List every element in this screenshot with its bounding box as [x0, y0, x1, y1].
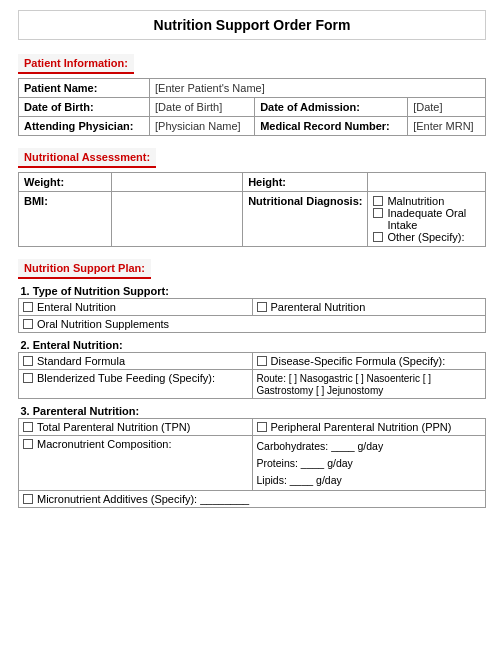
admission-label: Date of Admission:	[255, 98, 408, 117]
patient-info-section: Patient Information: Patient Name: [Ente…	[18, 54, 486, 136]
oral-supplements-checkbox[interactable]	[23, 319, 33, 329]
oral-supplements-row: Oral Nutrition Supplements	[23, 318, 473, 330]
other-label: Other (Specify):	[387, 231, 464, 243]
form-title: Nutrition Support Order Form	[18, 10, 486, 40]
micronutrient-checkbox[interactable]	[23, 494, 33, 504]
physician-value[interactable]: [Physician Name]	[150, 117, 255, 136]
blenderized-feeding-row: Blenderized Tube Feeding (Specify):	[23, 372, 240, 384]
patient-info-table: Patient Name: [Enter Patient's Name] Dat…	[18, 78, 486, 136]
table-row: Date of Birth: [Date of Birth] Date of A…	[19, 98, 486, 117]
physician-label: Attending Physician:	[19, 117, 150, 136]
carbohydrates-value: Carbohydrates: ____ g/day	[257, 438, 482, 455]
patient-name-value[interactable]: [Enter Patient's Name]	[150, 79, 486, 98]
macronutrient-checkbox[interactable]	[23, 439, 33, 449]
table-row: Enteral Nutrition Parenteral Nutrition	[19, 299, 486, 316]
other-checkbox[interactable]	[373, 232, 383, 242]
parenteral-nutrition-row: Parenteral Nutrition	[257, 301, 474, 313]
diagnosis-label: Nutritional Diagnosis:	[243, 192, 368, 247]
table-row: Oral Nutrition Supplements	[19, 316, 486, 333]
weight-label: Weight:	[19, 173, 112, 192]
tpn-label: Total Parenteral Nutrition (TPN)	[37, 421, 190, 433]
enteral-nutrition-label: Enteral Nutrition	[37, 301, 116, 313]
weight-value[interactable]	[112, 173, 243, 192]
inadequate-checkbox-row: Inadequate Oral Intake	[373, 207, 472, 231]
patient-name-label: Patient Name:	[19, 79, 150, 98]
bmi-value[interactable]	[112, 192, 243, 247]
dob-value[interactable]: [Date of Birth]	[150, 98, 255, 117]
admission-value[interactable]: [Date]	[408, 98, 486, 117]
table-row: Micronutrient Additives (Specify): _____…	[19, 491, 486, 508]
table-row: Macronutrient Composition: Carbohydrates…	[19, 436, 486, 491]
inadequate-label: Inadequate Oral Intake	[387, 207, 472, 231]
enteral-nutrition-table: 2. Enteral Nutrition: Standard Formula D…	[18, 337, 486, 399]
dob-label: Date of Birth:	[19, 98, 150, 117]
nutrition-support-plan-header: Nutrition Support Plan:	[18, 259, 151, 279]
ppn-row: Peripheral Parenteral Nutrition (PPN)	[257, 421, 474, 433]
table-row: BMI: Nutritional Diagnosis: Malnutrition…	[19, 192, 486, 247]
oral-supplements-label: Oral Nutrition Supplements	[37, 318, 169, 330]
patient-info-header: Patient Information:	[18, 54, 134, 74]
route-label: Route: [ ] Nasogastric [ ] Nasoenteric […	[257, 373, 432, 396]
table-row: Blenderized Tube Feeding (Specify): Rout…	[19, 370, 486, 399]
nutrition-support-plan-section: Nutrition Support Plan: 1. Type of Nutri…	[18, 259, 486, 508]
malnutrition-checkbox-row: Malnutrition	[373, 195, 472, 207]
section2-title: Enteral Nutrition:	[33, 339, 123, 351]
macronutrient-label: Macronutrient Composition:	[37, 438, 172, 450]
nutritional-assessment-section: Nutritional Assessment: Weight: Height: …	[18, 148, 486, 247]
table-row: Standard Formula Disease-Specific Formul…	[19, 353, 486, 370]
lipids-value: Lipids: ____ g/day	[257, 472, 482, 489]
disease-specific-formula-label: Disease-Specific Formula (Specify):	[271, 355, 446, 367]
height-value[interactable]	[368, 173, 486, 192]
section1-num: 1.	[21, 285, 30, 297]
disease-specific-formula-row: Disease-Specific Formula (Specify):	[257, 355, 474, 367]
enteral-nutrition-checkbox[interactable]	[23, 302, 33, 312]
assessment-table: Weight: Height: BMI: Nutritional Diagnos…	[18, 172, 486, 247]
table-row: Attending Physician: [Physician Name] Me…	[19, 117, 486, 136]
disease-specific-formula-checkbox[interactable]	[257, 356, 267, 366]
mrn-label: Medical Record Number:	[255, 117, 408, 136]
table-row: Patient Name: [Enter Patient's Name]	[19, 79, 486, 98]
section3-num: 3.	[21, 405, 30, 417]
malnutrition-checkbox[interactable]	[373, 196, 383, 206]
standard-formula-row: Standard Formula	[23, 355, 240, 367]
type-of-nutrition-table: 1. Type of Nutrition Support: Enteral Nu…	[18, 283, 486, 333]
ppn-label: Peripheral Parenteral Nutrition (PPN)	[271, 421, 452, 433]
inadequate-checkbox[interactable]	[373, 208, 383, 218]
section3-title: Parenteral Nutrition:	[33, 405, 139, 417]
standard-formula-label: Standard Formula	[37, 355, 125, 367]
proteins-value: Proteins: ____ g/day	[257, 455, 482, 472]
parenteral-nutrition-table: 3. Parenteral Nutrition: Total Parentera…	[18, 403, 486, 508]
table-row: 1. Type of Nutrition Support:	[19, 283, 486, 299]
nutritional-assessment-header: Nutritional Assessment:	[18, 148, 156, 168]
height-label: Height:	[243, 173, 368, 192]
macronutrient-values: Carbohydrates: ____ g/day Proteins: ____…	[257, 438, 482, 488]
parenteral-nutrition-label: Parenteral Nutrition	[271, 301, 366, 313]
bmi-label: BMI:	[19, 192, 112, 247]
tpn-checkbox[interactable]	[23, 422, 33, 432]
enteral-nutrition-row: Enteral Nutrition	[23, 301, 240, 313]
micronutrient-row: Micronutrient Additives (Specify): _____…	[23, 493, 473, 505]
table-row: Weight: Height:	[19, 173, 486, 192]
standard-formula-checkbox[interactable]	[23, 356, 33, 366]
blenderized-feeding-checkbox[interactable]	[23, 373, 33, 383]
table-row: 2. Enteral Nutrition:	[19, 337, 486, 353]
table-row: Total Parenteral Nutrition (TPN) Periphe…	[19, 419, 486, 436]
mrn-value[interactable]: [Enter MRN]	[408, 117, 486, 136]
diagnosis-options: Malnutrition Inadequate Oral Intake Othe…	[368, 192, 486, 247]
blenderized-feeding-label: Blenderized Tube Feeding (Specify):	[37, 372, 215, 384]
table-row: 3. Parenteral Nutrition:	[19, 403, 486, 419]
section1-title: Type of Nutrition Support:	[33, 285, 169, 297]
malnutrition-label: Malnutrition	[387, 195, 444, 207]
micronutrient-label: Micronutrient Additives (Specify): _____…	[37, 493, 249, 505]
parenteral-nutrition-checkbox[interactable]	[257, 302, 267, 312]
ppn-checkbox[interactable]	[257, 422, 267, 432]
tpn-row: Total Parenteral Nutrition (TPN)	[23, 421, 240, 433]
other-checkbox-row: Other (Specify):	[373, 231, 472, 243]
section2-num: 2.	[21, 339, 30, 351]
macronutrient-row: Macronutrient Composition:	[23, 438, 240, 450]
